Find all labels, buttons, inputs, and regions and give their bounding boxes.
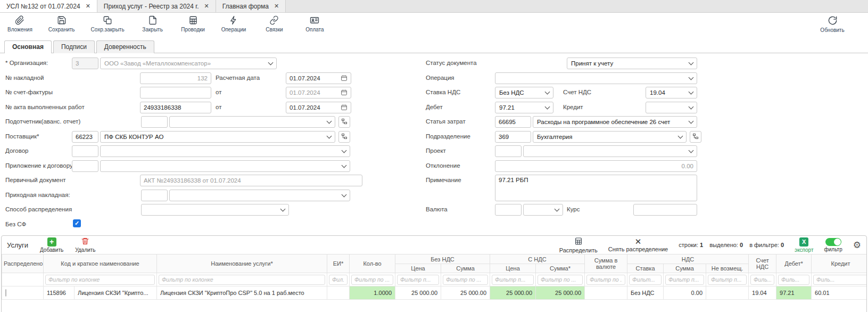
filter-input-unit[interactable] bbox=[329, 275, 348, 285]
accountable-select[interactable] bbox=[169, 116, 335, 128]
cell-vat-sum[interactable]: 0.00 bbox=[664, 286, 706, 300]
cost-item-select[interactable]: Расходы на программное обеспечение 26 сч… bbox=[533, 116, 697, 128]
row-checkbox[interactable] bbox=[5, 289, 6, 297]
col-header-credit[interactable]: Кредит bbox=[812, 254, 867, 273]
tab-signatures[interactable]: Подписи bbox=[53, 40, 95, 53]
cell-price-no-vat[interactable]: 25 000.00 bbox=[395, 286, 441, 300]
col-header-price-vat[interactable]: Цена bbox=[490, 264, 536, 273]
debit-select[interactable]: 97.21 bbox=[495, 102, 553, 113]
org-select[interactable]: ООО «Завод «Металлокомпенсатор» bbox=[100, 58, 277, 69]
cell-sum-no-vat[interactable]: 25 000.00 bbox=[441, 286, 490, 300]
incoming-invoice-select[interactable] bbox=[169, 190, 350, 201]
links-button[interactable]: Связки bbox=[262, 15, 286, 32]
currency-select[interactable] bbox=[523, 204, 563, 216]
undistribute-button[interactable]: ✕ Снять распределение bbox=[608, 238, 668, 252]
distribute-button[interactable]: Распределить bbox=[559, 237, 598, 253]
col-header-qty[interactable]: Кол-во bbox=[350, 254, 395, 273]
vat-account-select[interactable]: 19.04 bbox=[646, 87, 697, 98]
cell-sum-vat[interactable]: 25 000.00 bbox=[536, 286, 585, 300]
accountable-code-field[interactable] bbox=[141, 116, 168, 128]
cell-price-vat[interactable]: 25 000.00 bbox=[490, 286, 536, 300]
act-date-field[interactable]: 01.07.2024 bbox=[286, 102, 351, 113]
col-header-sum-currency[interactable]: Сумма в валюте bbox=[585, 254, 627, 273]
filter-input-vat-sum[interactable] bbox=[665, 275, 704, 285]
incoming-invoice-code-field[interactable] bbox=[141, 190, 168, 201]
cell-unit[interactable] bbox=[327, 286, 350, 300]
save-close-button[interactable]: Сохр.закрыть bbox=[91, 15, 125, 32]
delete-row-button[interactable]: Удалить bbox=[75, 237, 95, 253]
distribution-method-select[interactable] bbox=[141, 204, 289, 216]
cell-vat-nonreimb[interactable] bbox=[706, 286, 749, 300]
export-button[interactable]: X экспорт bbox=[795, 237, 814, 253]
postings-button[interactable]: Проводки bbox=[181, 15, 205, 32]
credit-select[interactable] bbox=[646, 102, 697, 113]
filter-input-sum-vat[interactable] bbox=[538, 275, 583, 285]
supplier-select[interactable]: ПФ СКБ КОНТУР АО bbox=[100, 131, 335, 143]
filter-input-credit[interactable] bbox=[813, 275, 867, 285]
filter-input-service-name[interactable] bbox=[159, 275, 325, 285]
window-tab-registry[interactable]: Приход услуг - Реестр за 2024 г. ✕ bbox=[97, 0, 216, 12]
filter-input-debit[interactable] bbox=[778, 275, 809, 285]
col-header-service-name[interactable]: Наименование услуги* bbox=[157, 254, 327, 273]
rate-field[interactable] bbox=[633, 204, 697, 216]
col-header-vat-nonreimb[interactable]: Не возмещ. bbox=[706, 264, 749, 273]
col-header-sum-no-vat[interactable]: Сумма bbox=[441, 264, 490, 273]
sf-no-field[interactable] bbox=[140, 87, 211, 98]
operation-select[interactable] bbox=[495, 72, 697, 84]
cell-short-name[interactable]: Лицензия СКЗИ "Крипто... bbox=[75, 286, 157, 300]
window-tab-usl[interactable]: УСЛ №132 от 01.07.2024 ✕ bbox=[0, 0, 97, 12]
col-header-distributed[interactable]: Распределено bbox=[2, 254, 44, 273]
col-header-vat-sum[interactable]: Сумма bbox=[664, 264, 706, 273]
col-header-vat-account[interactable]: Счет НДС bbox=[749, 254, 776, 273]
col-header-code-name[interactable]: Код и краткое наименование bbox=[44, 254, 157, 273]
cell-vat-rate[interactable]: Без НДС bbox=[627, 286, 664, 300]
cell-debit[interactable]: 97.21 bbox=[776, 286, 812, 300]
save-button[interactable]: Сохранить bbox=[48, 15, 75, 32]
attachments-button[interactable]: Вложения bbox=[7, 15, 32, 32]
filter-input-code-name[interactable] bbox=[45, 275, 155, 285]
col-header-debit[interactable]: Дебет* bbox=[776, 254, 812, 273]
project-select[interactable] bbox=[523, 145, 697, 157]
col-header-price-no-vat[interactable]: Цена bbox=[395, 264, 441, 273]
operations-button[interactable]: Операции bbox=[221, 15, 246, 32]
supplier-tree-button[interactable] bbox=[338, 131, 350, 143]
close-icon[interactable]: ✕ bbox=[204, 3, 209, 9]
refresh-button[interactable]: Обновить bbox=[820, 15, 845, 33]
currency-code-field[interactable] bbox=[495, 204, 522, 216]
contract-annex-select[interactable] bbox=[100, 160, 350, 172]
tab-power-of-attorney[interactable]: Доверенность bbox=[96, 40, 154, 53]
sf-date-field[interactable]: 01.07.2024 bbox=[286, 87, 351, 98]
department-code-field[interactable] bbox=[495, 131, 531, 143]
filter-input-qty[interactable] bbox=[351, 275, 393, 285]
department-tree-button[interactable] bbox=[690, 131, 701, 143]
note-field[interactable]: 97.21 РБП bbox=[495, 175, 697, 201]
cell-qty[interactable]: 1.0000 bbox=[350, 286, 395, 300]
primary-doc-field[interactable] bbox=[140, 175, 362, 186]
deviation-field[interactable] bbox=[495, 160, 697, 172]
filter-input-vat-nonreimb[interactable] bbox=[708, 275, 747, 285]
department-select[interactable]: Бухгалтерия bbox=[533, 131, 687, 143]
filter-input-sum-currency[interactable] bbox=[586, 275, 625, 285]
cell-service-name[interactable]: Лицензия СКЗИ "КриптоПро CSP" 5.0 на 1 р… bbox=[157, 286, 327, 300]
act-no-field[interactable] bbox=[140, 102, 211, 113]
contract-code-field[interactable] bbox=[72, 145, 98, 157]
col-header-sum-vat[interactable]: Сумма* bbox=[536, 264, 585, 273]
filter-input-price-vat[interactable] bbox=[492, 275, 534, 285]
org-code-field[interactable] bbox=[72, 58, 98, 69]
tab-main[interactable]: Основная bbox=[4, 40, 52, 53]
filter-input-price-no-vat[interactable] bbox=[397, 275, 439, 285]
close-document-button[interactable]: Закрыть bbox=[140, 15, 165, 32]
window-tab-main-form[interactable]: Главная форма ✕ bbox=[216, 0, 286, 12]
cell-credit[interactable]: 60.01 bbox=[812, 286, 867, 300]
col-header-vat-rate[interactable]: Ставка bbox=[627, 264, 664, 273]
gear-icon[interactable]: ⚙ bbox=[853, 240, 861, 251]
cost-item-code-field[interactable] bbox=[495, 116, 531, 128]
contract-select[interactable] bbox=[100, 145, 350, 157]
close-icon[interactable]: ✕ bbox=[274, 3, 279, 9]
table-row[interactable]: 115896 Лицензия СКЗИ "Крипто... Лицензия… bbox=[2, 286, 867, 300]
supplier-code-field[interactable] bbox=[72, 131, 98, 143]
vat-rate-select[interactable]: Без НДС bbox=[495, 87, 553, 98]
invoice-no-field[interactable] bbox=[140, 72, 211, 84]
cell-vat-account[interactable]: 19.04 bbox=[749, 286, 776, 300]
project-code-field[interactable] bbox=[495, 145, 522, 157]
